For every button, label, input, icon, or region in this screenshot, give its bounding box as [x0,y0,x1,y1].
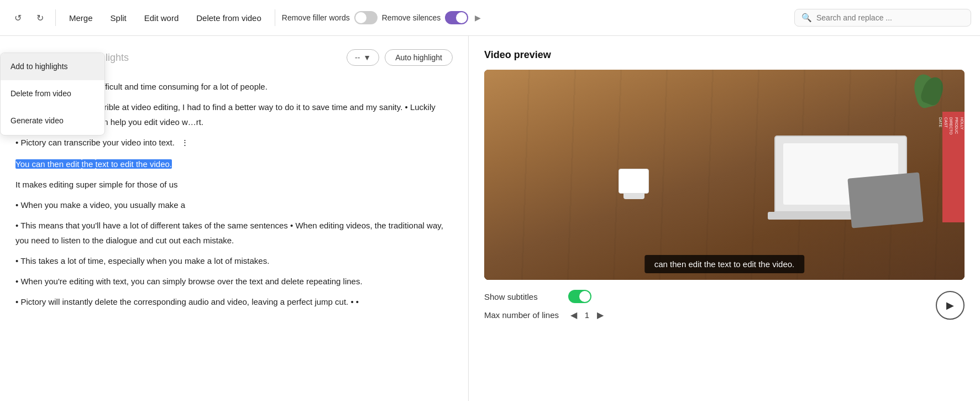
toolbar-expand-button[interactable]: ▶ [473,11,483,24]
remove-filler-words-label: Remove filler words [282,13,350,22]
show-subtitles-toggle[interactable] [568,290,591,303]
max-lines-row: Max number of lines ◀ 1 ▶ [484,310,923,320]
play-button[interactable]: ▶ [936,291,965,320]
para-6: • This means that you'll have a lot of d… [15,218,453,248]
main-layout: Transcription Highlights -- ▼ Auto highl… [0,36,980,401]
merge-button[interactable]: Merge [62,10,99,26]
para-9: • Pictory will instantly delete the corr… [15,294,453,309]
book-decoration: HOLLYPRODUCDIRECTOCASTDATE [942,112,965,222]
max-lines-label: Max number of lines [484,310,562,320]
remove-filler-words-knob [355,12,366,23]
remove-filler-words-group: Remove filler words [282,11,378,24]
max-lines-stepper: ◀ 1 ▶ [568,310,606,320]
max-lines-value: 1 [583,310,591,320]
right-panel: Video preview [469,36,980,401]
context-menu-wrapper: ⋮ [177,138,192,147]
chevron-down-icon: ▼ [363,53,371,62]
toolbar-divider-2 [275,9,275,26]
highlighted-text-1: You can then edit [15,159,82,169]
add-to-highlights-item[interactable]: Add to highlights [1,53,104,80]
undo-button[interactable]: ↺ [9,9,27,27]
transcription-content: Editing videos can be difficult and time… [15,79,453,309]
toolbar: ↺ ↻ Merge Split Edit word Delete from vi… [0,0,980,36]
remove-filler-words-toggle[interactable] [354,11,378,24]
video-scene: HOLLYPRODUCDIRECTOCASTDATE can then edit… [484,70,965,280]
remove-silences-group: Remove silences [382,11,469,24]
max-lines-increment[interactable]: ▶ [595,310,606,320]
subtitle-bar: can then edit the text to edit the video… [644,255,805,273]
search-icon: 🔍 [801,13,812,23]
video-container: HOLLYPRODUCDIRECTOCASTDATE can then edit… [484,70,965,280]
show-subtitles-knob [579,291,590,302]
remove-silences-knob [456,12,467,23]
panel-actions: -- ▼ Auto highlight [347,49,453,66]
remove-silences-toggle[interactable] [445,11,468,24]
para-3: • Pictory can transcribe your video into… [15,135,453,151]
para-5: • When you make a video, you usually mak… [15,197,453,212]
three-dots-button[interactable]: ⋮ [177,134,192,150]
search-input[interactable] [816,13,964,22]
para-7: • This takes a lot of time, especially w… [15,253,453,268]
dropdown-label: -- [355,53,360,62]
delete-from-video-button[interactable]: Delete from video [190,10,268,26]
left-panel: Transcription Highlights -- ▼ Auto highl… [0,36,469,401]
show-subtitles-row: Show subtitles [484,290,923,303]
coffee-cup [619,169,649,202]
highlighted-text-3: text to edit the video. [96,159,172,169]
controls-left: Show subtitles Max number of lines ◀ 1 ▶ [484,290,923,320]
show-subtitles-label: Show subtitles [484,292,562,301]
highlighted-text-2: the [82,159,96,169]
video-preview-title: Video preview [484,49,965,61]
max-lines-decrement[interactable]: ◀ [568,310,579,320]
toolbar-divider-1 [55,9,56,26]
auto-highlight-button[interactable]: Auto highlight [385,49,453,66]
para-4: It makes editing super simple for those … [15,177,453,192]
segment-dropdown[interactable]: -- ▼ [347,49,379,66]
delete-from-video-item[interactable]: Delete from video [1,80,104,107]
context-menu: Add to highlights Delete from video Gene… [0,53,105,136]
video-controls: Show subtitles Max number of lines ◀ 1 ▶… [484,290,965,320]
redo-button[interactable]: ↻ [31,9,49,27]
split-button[interactable]: Split [104,10,133,26]
generate-video-item[interactable]: Generate video [1,107,104,134]
para-8: • When you're editing with text, you can… [15,274,453,289]
search-box: 🔍 [794,9,971,27]
edit-word-button[interactable]: Edit word [138,10,186,26]
notebook [847,173,923,228]
remove-silences-label: Remove silences [382,13,441,22]
